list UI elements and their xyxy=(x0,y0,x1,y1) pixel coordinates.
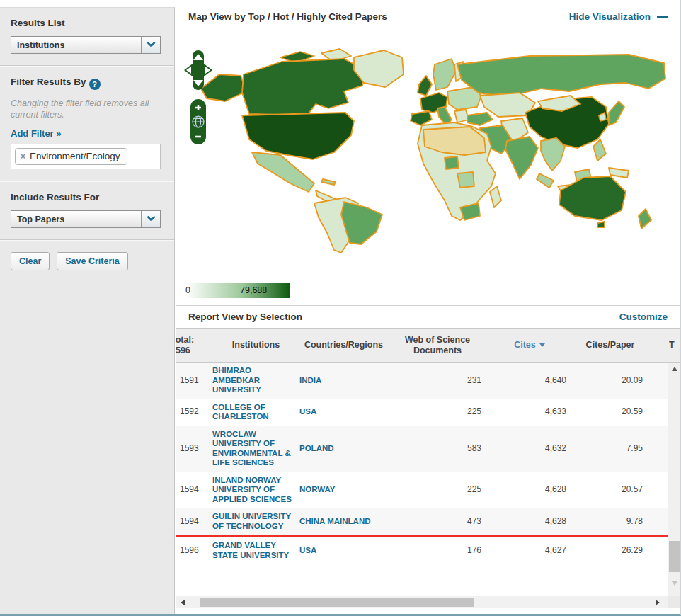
country-link[interactable]: INDIA xyxy=(299,376,321,384)
country-cell: NORWAY xyxy=(299,485,388,495)
cites-per-paper-cell: 7.95 xyxy=(572,444,648,454)
horizontal-scrollbar[interactable] xyxy=(176,596,680,608)
vertical-scroll-thumb[interactable] xyxy=(669,541,680,572)
legend-max: 79,688 xyxy=(240,285,267,295)
column-header-countries[interactable]: Countries/Regions xyxy=(299,329,388,362)
rank-cell: 1591 xyxy=(176,376,212,386)
institution-cell: WROCLAW UNIVERSITY OF ENVIRONMENTAL & LI… xyxy=(212,430,299,468)
table-row: 1594 GUILIN UNIVERSITY OF TECHNOLOGY CHI… xyxy=(176,508,669,537)
filter-heading: Filter Results By? xyxy=(11,76,164,90)
filter-tag-label: Environment/Ecology xyxy=(30,151,120,161)
triangle-right-icon xyxy=(656,600,663,605)
main-panel: Map View by Top / Hot / Highly Cited Pap… xyxy=(176,0,680,614)
institution-cell: INLAND NORWAY UNIVERSITY OF APPLIED SCIE… xyxy=(212,476,299,505)
minus-icon xyxy=(657,16,668,18)
help-icon[interactable]: ? xyxy=(89,79,101,90)
scroll-left-button[interactable] xyxy=(177,596,188,608)
include-results-value: Top Papers xyxy=(11,211,141,227)
country-link[interactable]: USA xyxy=(299,546,316,554)
chevron-down-icon[interactable] xyxy=(141,37,160,53)
documents-cell: 231 xyxy=(388,376,487,386)
map-legend: 0 79,688 xyxy=(183,283,290,298)
map-view-title: Map View by Top / Hot / Highly Cited Pap… xyxy=(188,11,387,22)
horizontal-scroll-thumb[interactable] xyxy=(200,598,474,607)
save-criteria-button[interactable]: Save Criteria xyxy=(57,252,127,270)
filter-box: × Environment/Ecology xyxy=(11,144,161,169)
table-body: 1591 BHIMRAO AMBEDKAR UNIVERSITY INDIA 2… xyxy=(176,363,680,596)
column-header-institutions[interactable]: Institutions xyxy=(212,329,299,362)
rank-cell: 1594 xyxy=(176,485,212,495)
triangle-up-icon xyxy=(672,364,677,371)
cites-per-paper-cell: 26.29 xyxy=(572,546,648,556)
results-list-section: Results List Institutions xyxy=(0,8,174,65)
cites-cell: 4,633 xyxy=(487,407,572,417)
cites-cell: 4,628 xyxy=(487,485,572,495)
column-header-documents[interactable]: Web of Science Documents xyxy=(388,329,487,362)
total-count-header: Total:1596 xyxy=(176,329,212,362)
institution-link[interactable]: INLAND NORWAY UNIVERSITY OF APPLIED SCIE… xyxy=(212,476,292,503)
hide-visualization-link[interactable]: Hide Visualization xyxy=(569,11,668,22)
cites-per-paper-cell: 9.78 xyxy=(572,517,648,527)
institution-cell: COLLEGE OF CHARLESTON xyxy=(212,403,299,422)
vertical-scrollbar[interactable] xyxy=(668,363,680,596)
country-cell: POLAND xyxy=(299,444,388,454)
scroll-right-button[interactable] xyxy=(652,596,663,608)
add-filter-link[interactable]: Add Filter » xyxy=(11,128,62,139)
rank-cell: 1592 xyxy=(176,407,212,417)
include-results-dropdown[interactable]: Top Papers xyxy=(11,210,161,228)
institution-link[interactable]: GUILIN UNIVERSITY OF TECHNOLOGY xyxy=(212,512,291,530)
table-row: 1596 GRAND VALLEY STATE UNIVERSITY USA 1… xyxy=(176,537,669,564)
world-map-region: 0 79,688 xyxy=(176,33,680,305)
institution-link[interactable]: GRAND VALLEY STATE UNIVERSITY xyxy=(212,541,289,559)
institution-link[interactable]: BHIMRAO AMBEDKAR UNIVERSITY xyxy=(212,366,261,394)
institution-link[interactable]: COLLEGE OF CHARLESTON xyxy=(212,403,269,421)
cites-per-paper-cell: 20.59 xyxy=(572,407,648,417)
country-cell: INDIA xyxy=(299,376,388,386)
documents-cell: 176 xyxy=(388,546,487,556)
institution-cell: GUILIN UNIVERSITY OF TECHNOLOGY xyxy=(212,512,299,531)
scroll-down-button[interactable] xyxy=(668,577,680,589)
table-row: 1594 INLAND NORWAY UNIVERSITY OF APPLIED… xyxy=(176,472,669,509)
cites-cell: 4,628 xyxy=(487,517,572,527)
cites-cell: 4,632 xyxy=(487,444,572,454)
table-header: Total:1596 Institutions Countries/Region… xyxy=(176,328,680,363)
map-pan-control[interactable] xyxy=(184,50,212,94)
sidebar-buttons: Clear Save Criteria xyxy=(0,241,174,282)
scroll-up-button[interactable] xyxy=(668,363,680,375)
country-link[interactable]: CHINA MAINLAND xyxy=(299,517,371,525)
cites-per-paper-cell: 20.57 xyxy=(572,485,648,495)
remove-filter-icon[interactable]: × xyxy=(21,152,25,161)
country-link[interactable]: USA xyxy=(299,407,316,416)
country-link[interactable]: NORWAY xyxy=(299,485,336,494)
documents-cell: 225 xyxy=(388,485,487,495)
clear-button[interactable]: Clear xyxy=(11,252,50,270)
report-view-title: Report View by Selection xyxy=(188,312,302,322)
institution-link[interactable]: WROCLAW UNIVERSITY OF ENVIRONMENTAL & LI… xyxy=(212,430,291,467)
country-cell: USA xyxy=(299,546,388,556)
legend-min: 0 xyxy=(185,285,190,295)
cites-per-paper-cell: 20.09 xyxy=(572,376,648,386)
triangle-left-icon xyxy=(178,600,185,605)
customize-link[interactable]: Customize xyxy=(619,312,668,322)
documents-cell: 225 xyxy=(388,407,487,417)
rank-cell: 1593 xyxy=(176,444,212,454)
column-header-cites[interactable]: Cites xyxy=(487,329,572,362)
column-header-cites-per-paper[interactable]: Cites/Paper xyxy=(572,329,648,362)
table-row: 1592 COLLEGE OF CHARLESTON USA 225 4,633… xyxy=(176,399,669,426)
results-list-dropdown[interactable]: Institutions xyxy=(11,36,161,54)
world-choropleth-map[interactable] xyxy=(176,33,680,283)
rank-cell: 1596 xyxy=(176,546,212,556)
column-header-clipped[interactable]: T xyxy=(669,329,680,362)
map-zoom-control[interactable] xyxy=(190,98,207,145)
filter-note: Changing the filter field removes all cu… xyxy=(11,98,164,120)
report-header: Report View by Selection Customize xyxy=(176,305,680,328)
triangle-down-icon xyxy=(672,581,677,588)
include-heading: Include Results For xyxy=(11,192,164,203)
filter-tag[interactable]: × Environment/Ecology xyxy=(15,148,127,165)
country-cell: CHINA MAINLAND xyxy=(299,517,388,527)
sort-descending-icon xyxy=(539,343,545,350)
visualization-header: Map View by Top / Hot / Highly Cited Pap… xyxy=(176,0,680,33)
chevron-down-icon[interactable] xyxy=(141,211,160,227)
sidebar: Results List Institutions Filter Results… xyxy=(0,7,175,614)
country-link[interactable]: POLAND xyxy=(299,444,334,452)
